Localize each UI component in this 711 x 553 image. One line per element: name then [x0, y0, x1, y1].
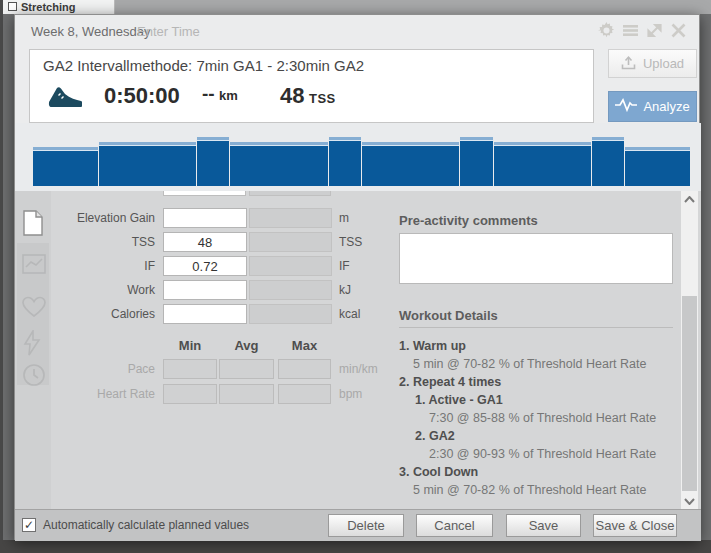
substep-detail: 7:30 @ 85-88 % of Threshold Heart Rate [415, 409, 684, 427]
field-label: Elevation Gain [15, 211, 155, 225]
waveform-icon [615, 98, 637, 115]
graph-bar-cap [230, 142, 327, 146]
field-unit: kJ [339, 283, 351, 297]
tss-unit: TSS [309, 91, 336, 106]
elevation-gain-planned-input[interactable] [163, 208, 247, 228]
tss-stat: 48 TSS [280, 83, 336, 109]
background-calendar-item: Stretching [21, 1, 75, 13]
pre-activity-comments-textarea[interactable] [399, 233, 673, 284]
graph-bar-cap [362, 142, 459, 146]
field-label: IF [15, 259, 155, 273]
substep-detail: 2:30 @ 90-93 % of Threshold Heart Rate [415, 445, 684, 463]
graph-bar-cool-down [625, 147, 690, 186]
graph-bar-ga2 [460, 137, 492, 186]
step-detail: 5 min @ 70-82 % of Threshold Heart Rate [399, 481, 684, 499]
graph-bar-cap [460, 137, 492, 141]
background-calendar-cell: Stretching [3, 0, 115, 14]
distance-value: -- [202, 83, 215, 104]
step-warm-up: 1. Warm up [399, 337, 684, 355]
scroll-down-icon[interactable] [681, 493, 698, 509]
upload-button[interactable]: Upload [608, 49, 697, 78]
background-bottom-strip: ethode; 14min GA [0, 540, 711, 553]
field-label: Calories [15, 307, 155, 321]
field-label: Heart Rate [15, 387, 155, 401]
graph-bar-cap [494, 142, 591, 146]
background-divider [0, 0, 3, 553]
running-shoe-icon [46, 84, 84, 116]
clipped-completed-input [249, 191, 331, 196]
heart-rate-avg-input [219, 384, 274, 404]
close-icon[interactable] [670, 22, 687, 39]
cancel-button[interactable]: Cancel [416, 514, 493, 537]
field-label: Work [15, 283, 155, 297]
analyze-button[interactable]: Analyze [608, 91, 697, 122]
upload-icon [621, 55, 636, 73]
workout-editor-modal: Week 8, Wednesday Enter Time GA2 Interva… [14, 14, 700, 540]
enter-time-link[interactable]: Enter Time [137, 24, 200, 39]
step-repeat: 2. Repeat 4 times [399, 373, 684, 391]
menu-icon[interactable] [622, 22, 639, 39]
heart-rate-min-input [163, 384, 217, 404]
background-calendar-strip: Stretching [0, 0, 711, 14]
if-planned-input[interactable] [163, 256, 247, 276]
graph-bar-cap [592, 137, 624, 141]
step-detail: 5 min @ 70-82 % of Threshold Heart Rate [399, 355, 684, 373]
field-unit: TSS [339, 235, 362, 249]
substep-ga2: 2. GA2 [415, 427, 684, 445]
modal-title: Week 8, Wednesday [31, 24, 150, 39]
pace-avg-input [219, 359, 274, 379]
analyze-label: Analyze [643, 99, 689, 114]
field-unit: min/km [339, 362, 378, 376]
distance-stat: -- km [202, 83, 238, 105]
delete-button[interactable]: Delete [328, 514, 404, 537]
tab-power-lightning-icon[interactable] [22, 330, 44, 354]
step-cool-down: 3. Cool Down [399, 463, 684, 481]
field-label: Pace [15, 362, 155, 376]
field-label: TSS [15, 235, 155, 249]
field-unit: m [339, 211, 349, 225]
substep-active-ga1: 1. Active - GA1 [415, 391, 684, 409]
workout-details-title: Workout Details [399, 308, 498, 323]
expand-icon[interactable] [646, 22, 663, 39]
duration-value: 0:50:00 [104, 83, 180, 109]
field-unit: kcal [339, 307, 360, 321]
scrollbar-thumb[interactable] [682, 296, 697, 491]
upload-label: Upload [643, 56, 684, 71]
auto-calc-label: Automatically calculate planned values [43, 518, 249, 532]
graph-bar-cap [99, 142, 196, 146]
calories-planned-input[interactable] [163, 304, 247, 324]
calories-completed-input [249, 304, 332, 324]
stats-header-min: Min [163, 338, 217, 353]
modal-footer: ✓ Automatically calculate planned values… [15, 509, 701, 541]
work-completed-input [249, 280, 332, 300]
workout-structure-graph [15, 123, 701, 191]
clipped-planned-input[interactable] [163, 191, 246, 196]
graph-bar-ga1 [230, 142, 327, 186]
repeat-substeps: 1. Active - GA1 7:30 @ 85-88 % of Thresh… [399, 391, 684, 463]
graph-bar-ga2 [329, 137, 361, 186]
workout-graph-bars [33, 137, 690, 186]
save-button[interactable]: Save [506, 514, 581, 537]
auto-calc-checkbox-row[interactable]: ✓ Automatically calculate planned values [22, 518, 249, 532]
save-close-button[interactable]: Save & Close [593, 514, 677, 537]
if-completed-input [249, 256, 332, 276]
graph-bar-ga1 [362, 142, 459, 186]
graph-bar-ga2 [592, 137, 624, 186]
heart-rate-max-input [278, 384, 331, 404]
scroll-up-icon[interactable] [681, 191, 698, 207]
workout-title: GA2 Intervallmethode: 7min GA1 - 2:30min… [43, 57, 364, 74]
modal-content: Elevation Gain m TSS TSS IF IF Work kJ C… [15, 191, 701, 509]
distance-unit: km [219, 88, 238, 103]
vertical-scrollbar[interactable] [681, 191, 698, 509]
pace-max-input [278, 359, 331, 379]
auto-calc-checkbox[interactable]: ✓ [22, 518, 36, 532]
tss-completed-input [249, 232, 332, 252]
settings-gear-icon[interactable] [598, 22, 615, 39]
graph-bar-cap [625, 147, 690, 151]
work-planned-input[interactable] [163, 280, 247, 300]
stats-header-avg: Avg [219, 338, 274, 353]
elevation-gain-completed-input [249, 208, 332, 228]
graph-bar-ga1 [99, 142, 196, 186]
pre-activity-comments-title: Pre-activity comments [399, 213, 538, 228]
tss-planned-input[interactable] [163, 232, 247, 252]
